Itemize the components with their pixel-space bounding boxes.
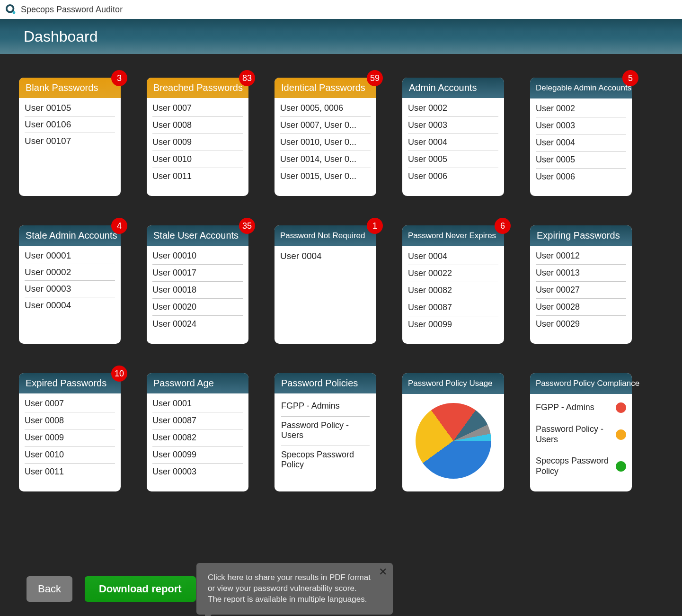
card-list: User 0004: [275, 246, 376, 344]
list-item[interactable]: Password Policy - Users: [281, 417, 370, 446]
count-badge: 5: [622, 70, 638, 86]
list-item[interactable]: User 00003: [152, 464, 243, 480]
list-item[interactable]: User 0003: [408, 117, 498, 134]
card-list: User 00010User 00017User 00018User 00020…: [147, 246, 248, 344]
list-item[interactable]: User 0015, User 0...: [280, 168, 371, 185]
card-title: Expired Passwords: [19, 373, 121, 393]
card-breached-passwords[interactable]: 83Breached PasswordsUser 0007User 0008Us…: [147, 78, 248, 196]
list-item[interactable]: User 00001: [25, 248, 115, 264]
list-item[interactable]: User 00028: [536, 299, 626, 316]
svg-point-1: [12, 11, 15, 14]
list-item[interactable]: User 00082: [152, 429, 243, 446]
list-item[interactable]: User 0004: [280, 248, 371, 264]
count-badge: 6: [495, 218, 511, 234]
card-password-not-required[interactable]: 1Password Not RequiredUser 0004: [275, 225, 376, 344]
list-item[interactable]: User 0008: [152, 117, 243, 134]
list-item[interactable]: User 00010: [152, 248, 243, 265]
card-list: User 0005, 0006User 0007, User 0...User …: [275, 98, 376, 196]
list-item[interactable]: User 0010: [152, 151, 243, 168]
list-item[interactable]: User 0005, 0006: [280, 100, 371, 117]
list-item[interactable]: Password Policy - Users: [536, 419, 626, 450]
list-item[interactable]: User 0004: [408, 248, 498, 265]
compliance-label: Specops Password Policy: [536, 456, 611, 476]
list-item[interactable]: User 0007, User 0...: [280, 117, 371, 134]
list-item[interactable]: User 00087: [408, 299, 498, 316]
card-title: Blank Passwords: [19, 78, 121, 98]
list-item[interactable]: FGPP - Admins: [281, 397, 370, 417]
card-grid: 3Blank PasswordsUser 00105User 00106User…: [19, 78, 663, 491]
card-password-never-expires[interactable]: 6Password Never ExpiresUser 0004User 000…: [402, 225, 504, 344]
list-item[interactable]: User 0007: [152, 100, 243, 117]
list-item[interactable]: User 0002: [408, 100, 498, 117]
card-admin-accounts[interactable]: Admin AccountsUser 0002User 0003User 000…: [402, 78, 504, 196]
list-item[interactable]: User 00107: [25, 133, 115, 149]
list-item[interactable]: User 00017: [152, 265, 243, 282]
list-item[interactable]: User 0001: [152, 395, 243, 412]
card-identical-passwords[interactable]: 59Identical PasswordsUser 0005, 0006User…: [275, 78, 376, 196]
card-password-policy-compliance[interactable]: Password Policy ComplianceFGPP - AdminsP…: [530, 373, 632, 491]
list-item[interactable]: User 00020: [152, 299, 243, 316]
list-item[interactable]: User 0005: [536, 152, 626, 169]
list-item[interactable]: User 0006: [536, 169, 626, 185]
list-item[interactable]: User 00099: [152, 446, 243, 464]
list-item[interactable]: Specops Password Policy: [281, 446, 370, 475]
card-list: FGPP - AdminsPassword Policy - UsersSpec…: [530, 394, 632, 485]
status-dot-icon: [616, 461, 626, 472]
list-item[interactable]: User 00087: [152, 412, 243, 429]
list-item[interactable]: User 0004: [408, 134, 498, 151]
card-stale-user-accounts[interactable]: 35Stale User AccountsUser 00010User 0001…: [147, 225, 248, 344]
list-item[interactable]: User 0010, User 0...: [280, 134, 371, 151]
card-list: User 0007User 0008User 0009User 0010User…: [147, 98, 248, 196]
list-item[interactable]: User 0005: [408, 151, 498, 168]
card-title: Delegable Admin Accounts: [530, 78, 632, 98]
list-item[interactable]: User 0006: [408, 168, 498, 185]
app-logo-icon: [6, 4, 16, 15]
list-item[interactable]: User 00029: [536, 316, 626, 332]
list-item[interactable]: User 00013: [536, 265, 626, 282]
list-item[interactable]: User 0003: [536, 117, 626, 134]
list-item[interactable]: User 0010: [25, 446, 115, 464]
list-item[interactable]: User 0008: [25, 412, 115, 429]
list-item[interactable]: User 0002: [536, 100, 626, 117]
list-item[interactable]: Specops Password Policy: [536, 450, 626, 482]
card-expiring-passwords[interactable]: Expiring PasswordsUser 00012User 00013Us…: [530, 225, 632, 344]
list-item[interactable]: User 00082: [408, 282, 498, 299]
list-item[interactable]: User 00099: [408, 316, 498, 333]
list-item[interactable]: User 00003: [25, 281, 115, 297]
list-item[interactable]: User 00027: [536, 282, 626, 299]
card-title: Password Age: [147, 373, 248, 393]
compliance-label: FGPP - Admins: [536, 402, 594, 413]
list-item[interactable]: User 0011: [25, 464, 115, 480]
card-title: Stale User Accounts: [147, 225, 248, 246]
list-item[interactable]: User 00012: [536, 248, 626, 265]
list-item[interactable]: User 0009: [25, 429, 115, 446]
list-item[interactable]: User 0004: [536, 134, 626, 152]
list-item[interactable]: User 00018: [152, 282, 243, 299]
app-title: Specops Password Auditor: [21, 5, 123, 15]
list-item[interactable]: FGPP - Admins: [536, 397, 626, 419]
list-item[interactable]: User 00105: [25, 100, 115, 116]
list-item[interactable]: User 0011: [152, 168, 243, 185]
list-item[interactable]: User 00106: [25, 116, 115, 133]
list-item[interactable]: User 0014, User 0...: [280, 151, 371, 168]
card-expired-passwords[interactable]: 10Expired PasswordsUser 0007User 0008Use…: [19, 373, 121, 491]
download-report-button[interactable]: Download report: [85, 576, 196, 602]
pie-chart: [402, 394, 504, 491]
list-item[interactable]: User 00024: [152, 316, 243, 332]
back-button[interactable]: Back: [27, 576, 72, 602]
card-delegable-admin-accounts[interactable]: 5Delegable Admin AccountsUser 0002User 0…: [530, 78, 632, 196]
tooltip-text: Click here to share your results in PDF …: [208, 573, 371, 604]
list-item[interactable]: User 00004: [25, 297, 115, 313]
list-item[interactable]: User 0007: [25, 395, 115, 412]
list-item[interactable]: User 00002: [25, 264, 115, 281]
list-item[interactable]: User 00022: [408, 265, 498, 282]
card-stale-admin-accounts[interactable]: 4Stale Admin AccountsUser 00001User 0000…: [19, 225, 121, 344]
card-password-age[interactable]: Password AgeUser 0001User 00087User 0008…: [147, 373, 248, 491]
card-password-policies[interactable]: Password PoliciesFGPP - AdminsPassword P…: [275, 373, 376, 491]
list-item[interactable]: User 0009: [152, 134, 243, 151]
card-blank-passwords[interactable]: 3Blank PasswordsUser 00105User 00106User…: [19, 78, 121, 196]
count-badge: 3: [111, 70, 127, 86]
count-badge: 10: [111, 366, 127, 382]
close-icon[interactable]: ✕: [379, 567, 387, 577]
card-password-policy-usage[interactable]: Password Policy Usage: [402, 373, 504, 491]
